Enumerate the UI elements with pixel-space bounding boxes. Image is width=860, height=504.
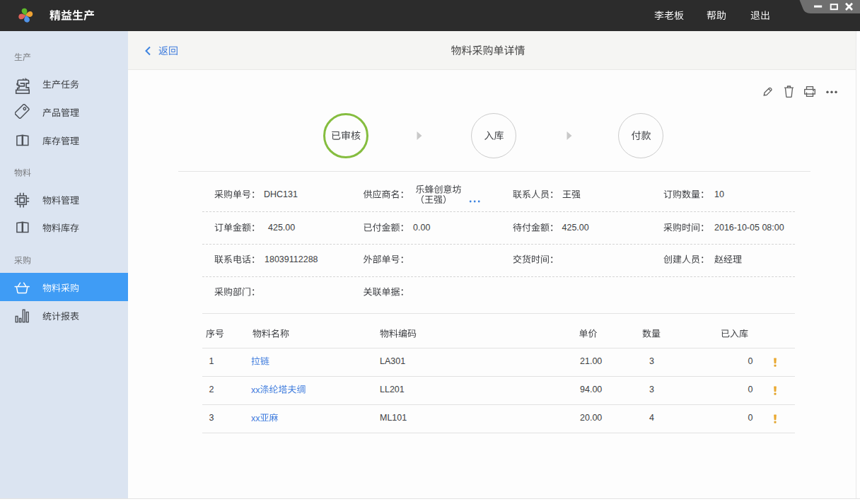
svg-text:1: 1 xyxy=(209,356,214,366)
svg-text:425.00: 425.00 xyxy=(268,223,295,233)
svg-text:3: 3 xyxy=(649,356,654,366)
svg-text:0: 0 xyxy=(748,413,753,423)
svg-text:0: 0 xyxy=(748,385,753,394)
svg-text:xx: xx xyxy=(251,414,260,423)
svg-text:0: 0 xyxy=(748,356,753,366)
svg-text:DHC131: DHC131 xyxy=(264,189,298,199)
svg-text:LL201: LL201 xyxy=(380,385,405,394)
svg-text:94.00: 94.00 xyxy=(580,385,602,394)
svg-text:21.00: 21.00 xyxy=(580,356,602,366)
svg-text:3: 3 xyxy=(649,385,654,394)
svg-text:2: 2 xyxy=(209,385,214,394)
svg-text:18039112288: 18039112288 xyxy=(265,254,318,264)
svg-text:20.00: 20.00 xyxy=(580,413,602,423)
svg-text:3: 3 xyxy=(209,413,214,423)
svg-text:xx: xx xyxy=(251,385,260,395)
svg-text:0.00: 0.00 xyxy=(413,223,430,233)
svg-text:ML101: ML101 xyxy=(380,413,407,423)
svg-text:4: 4 xyxy=(649,413,654,423)
svg-text:425.00: 425.00 xyxy=(562,223,589,233)
svg-text:LA301: LA301 xyxy=(380,356,405,366)
svg-text:10: 10 xyxy=(714,189,724,199)
svg-text:2016-10-05 08:00: 2016-10-05 08:00 xyxy=(714,223,784,233)
